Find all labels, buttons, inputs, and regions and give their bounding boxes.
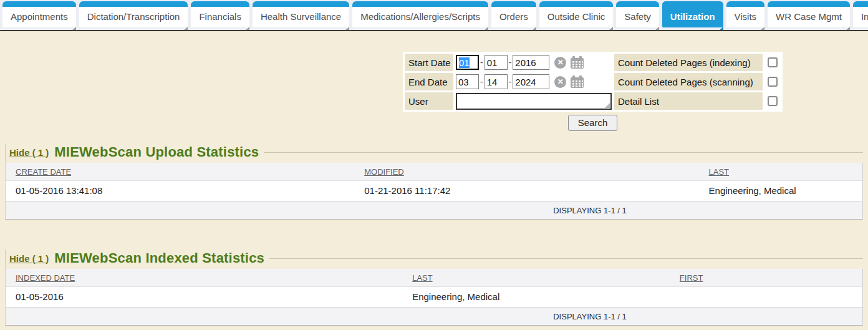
indexed-statistics-section: Hide ( 1 ) MIEWebScan Indexed Statistics… (5, 250, 863, 326)
table-cell: 01-21-2016 11:17:42 (354, 181, 698, 201)
tab-safety[interactable]: Safety (616, 1, 659, 27)
start-date-inputs: 01 - 01 - 2016 ✕ (455, 54, 612, 71)
detail-list-label: Detail List (614, 92, 763, 110)
table-row: 01-05-2016 13:41:0801-21-2016 11:17:42En… (6, 181, 862, 201)
column-header-modified[interactable]: MODIFIED (354, 163, 698, 180)
calendar-icon[interactable] (570, 56, 584, 69)
tab-accent-bar (2, 1, 76, 7)
start-year-input[interactable]: 2016 (513, 55, 549, 70)
tab-appointments[interactable]: Appointments (2, 1, 76, 27)
column-header-create-date[interactable]: CREATE DATE (6, 163, 354, 180)
date-separator: - (509, 57, 512, 67)
tab-accent-bar (191, 1, 249, 7)
tab-label: Safety (616, 7, 659, 27)
section-title: MIEWebScan Indexed Statistics (54, 250, 264, 266)
column-header-indexed-date[interactable]: INDEXED DATE (6, 269, 402, 286)
count-deleted-scanning-checkbox[interactable] (768, 77, 778, 87)
count-deleted-indexing-label: Count Deleted Pages (indexing) (614, 54, 763, 71)
tab-bar: AppointmentsDictation/TranscriptionFinan… (0, 0, 868, 30)
paging-status: DISPLAYING 1-1 / 1 (6, 201, 862, 219)
hide-link[interactable]: Hide ( 1 ) (9, 147, 49, 158)
tab-accent-bar (253, 1, 349, 7)
table-cell: Engineering, Medical (699, 181, 862, 201)
tab-industrial-hygiene[interactable]: Industrial Hygiene (853, 1, 868, 27)
count-deleted-indexing-checkbox[interactable] (768, 57, 778, 67)
start-date-label: Start Date (405, 54, 453, 71)
table-cell: 01-05-2016 (6, 287, 402, 307)
tab-label: WR Case Mgmt (768, 7, 850, 27)
tab-label: Medications/Allergies/Scripts (352, 7, 488, 27)
end-day-input[interactable]: 14 (485, 74, 508, 89)
tab-label: Health Surveillance (253, 7, 349, 27)
column-header-last[interactable]: LAST (402, 269, 670, 286)
section-rule (269, 258, 863, 259)
upload-statistics-table: CREATE DATEMODIFIEDLAST01-05-2016 13:41:… (5, 163, 863, 220)
column-header-first[interactable]: FIRST (670, 269, 862, 286)
tab-label: Dictation/Transcription (79, 7, 188, 27)
hide-link[interactable]: Hide ( 1 ) (9, 253, 49, 264)
date-separator: - (509, 77, 512, 87)
calendar-icon[interactable] (570, 75, 584, 89)
column-header-last[interactable]: LAST (699, 163, 862, 180)
tab-accent-bar (616, 1, 659, 7)
tab-label: Financials (191, 7, 249, 27)
user-label: User (405, 92, 453, 110)
tab-dictation-transcription[interactable]: Dictation/Transcription (79, 1, 188, 27)
table-cell: 01-05-2016 13:41:08 (6, 181, 354, 201)
tab-label: Utilization (662, 7, 723, 27)
tab-label: Orders (491, 7, 536, 27)
utilization-page: Start Date 01 - 01 - 2016 ✕ (0, 31, 868, 330)
paging-status: DISPLAYING 1-1 / 1 (6, 308, 862, 325)
tab-accent-bar (79, 1, 188, 7)
search-button[interactable]: Search (568, 115, 618, 131)
tab-financials[interactable]: Financials (191, 1, 249, 27)
section-title: MIEWebScan Upload Statistics (54, 144, 259, 160)
table-cell: Engineering, Medical (402, 287, 670, 307)
tab-label: Industrial Hygiene (853, 7, 868, 27)
date-separator: - (480, 77, 483, 87)
table-row: 01-05-2016Engineering, Medical (6, 287, 862, 308)
tab-label: Appointments (2, 7, 76, 27)
clear-date-icon[interactable]: ✕ (554, 57, 566, 69)
clear-date-icon[interactable]: ✕ (554, 76, 566, 88)
tab-orders[interactable]: Orders (491, 1, 536, 27)
end-month-input[interactable]: 03 (456, 74, 479, 89)
tab-outside-clinic[interactable]: Outside Clinic (539, 1, 614, 27)
end-date-label: End Date (405, 73, 453, 90)
count-deleted-scanning-label: Count Deleted Pages (scanning) (614, 73, 763, 90)
tab-wr-case-mgmt[interactable]: WR Case Mgmt (768, 1, 850, 27)
user-input[interactable] (456, 93, 612, 110)
tab-accent-bar (662, 1, 723, 7)
tab-label: Outside Clinic (539, 7, 614, 27)
table-cell (670, 287, 862, 307)
end-date-inputs: 03 - 14 - 2024 ✕ (455, 73, 612, 90)
tab-utilization[interactable]: Utilization (662, 1, 723, 27)
detail-list-checkbox[interactable] (768, 96, 778, 106)
tab-accent-bar (853, 1, 868, 7)
end-year-input[interactable]: 2024 (513, 74, 549, 89)
tab-visits[interactable]: Visits (726, 1, 765, 27)
user-input-wrap (456, 93, 612, 110)
search-form: Start Date 01 - 01 - 2016 ✕ (403, 52, 783, 131)
tab-accent-bar (352, 1, 488, 7)
tab-label: Visits (726, 7, 765, 27)
start-month-input[interactable]: 01 (456, 55, 479, 70)
tab-accent-bar (491, 1, 536, 7)
indexed-statistics-table: INDEXED DATELASTFIRST01-05-2016Engineeri… (5, 269, 863, 326)
tab-accent-bar (539, 1, 614, 7)
section-rule (264, 152, 863, 153)
tab-accent-bar (768, 1, 850, 7)
tab-medications-allergies-scripts[interactable]: Medications/Allergies/Scripts (352, 1, 488, 27)
tab-accent-bar (726, 1, 765, 7)
tab-health-surveillance[interactable]: Health Surveillance (253, 1, 349, 27)
date-separator: - (480, 57, 483, 67)
start-day-input[interactable]: 01 (485, 55, 508, 70)
